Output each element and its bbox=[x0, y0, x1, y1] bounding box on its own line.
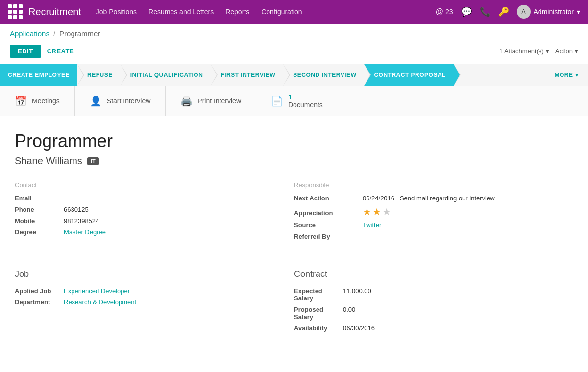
meetings-button[interactable]: 📅 Meetings bbox=[0, 86, 75, 116]
info-grid: Contact Email Phone 6630125 Mobile 98123… bbox=[15, 181, 573, 244]
star-1[interactable]: ★ bbox=[363, 206, 371, 218]
edit-button[interactable]: EDIT bbox=[10, 45, 41, 58]
applicant-name: Shane Williams bbox=[15, 155, 82, 167]
chevron-down-icon: ▾ bbox=[575, 48, 578, 55]
main-content: Programmer Shane Williams IT Contact Ema… bbox=[0, 116, 588, 346]
expected-salary-row: Expected Salary 11,000.00 bbox=[294, 287, 573, 302]
avatar: A bbox=[517, 5, 531, 19]
degree-value[interactable]: Master Degree bbox=[64, 228, 106, 236]
proposed-salary-value: 0.00 bbox=[343, 306, 355, 313]
stage-create-employee[interactable]: CREATE EMPLOYEE bbox=[0, 64, 77, 86]
availability-label: Availability bbox=[294, 324, 343, 332]
contact-section-title: Contact bbox=[15, 181, 294, 189]
nav-job-positions[interactable]: Job Positions bbox=[96, 8, 137, 16]
source-value[interactable]: Twitter bbox=[363, 222, 381, 229]
mobile-label: Mobile bbox=[15, 217, 64, 224]
top-navigation: Recruitment Job Positions Resumes and Le… bbox=[0, 0, 588, 24]
next-action-row: Next Action 06/24/2016 Send mail regardi… bbox=[294, 195, 573, 202]
login-icon[interactable]: 🔑 bbox=[498, 6, 509, 17]
phone-icon[interactable]: 📞 bbox=[480, 6, 490, 17]
stage-second-interview[interactable]: SECOND INTERVIEW bbox=[283, 64, 364, 86]
start-interview-button[interactable]: 👤 Start Interview bbox=[75, 86, 166, 116]
department-badge: IT bbox=[87, 157, 99, 165]
at-icon: @ bbox=[436, 7, 443, 16]
printer-icon: 🖨️ bbox=[180, 95, 193, 107]
section-divider bbox=[15, 259, 573, 259]
stage-initial-qualification[interactable]: INITIAL QUALIFICATION bbox=[121, 64, 211, 86]
activity-bar: 📅 Meetings 👤 Start Interview 🖨️ Print In… bbox=[0, 86, 588, 116]
app-grid-icon[interactable] bbox=[8, 4, 23, 19]
applied-job-label: Applied Job bbox=[15, 287, 64, 295]
chevron-down-icon: ▾ bbox=[546, 48, 549, 55]
expected-salary-value: 11,000.00 bbox=[343, 287, 371, 295]
chevron-down-icon: ▾ bbox=[575, 72, 579, 78]
create-button[interactable]: CREATE bbox=[47, 48, 74, 55]
breadcrumb-separator: / bbox=[53, 29, 55, 38]
referred-by-label: Referred By bbox=[294, 233, 363, 240]
nav-configuration[interactable]: Configuration bbox=[261, 8, 302, 16]
appreciation-row: Appreciation ★ ★ ★ bbox=[294, 206, 573, 218]
degree-row: Degree Master Degree bbox=[15, 228, 294, 236]
proposed-salary-row: Proposed Salary 0.00 bbox=[294, 306, 573, 321]
stage-contract-proposal[interactable]: CONTRACT PROPOSAL bbox=[364, 64, 454, 86]
applied-job-row: Applied Job Experienced Developer bbox=[15, 287, 294, 295]
appreciation-label: Appreciation bbox=[294, 209, 363, 217]
documents-button[interactable]: 📄 1 Documents bbox=[256, 86, 338, 116]
availability-value: 06/30/2016 bbox=[343, 324, 375, 332]
chevron-down-icon: ▾ bbox=[577, 8, 580, 16]
person-icon: 👤 bbox=[90, 95, 102, 107]
availability-row: Availability 06/30/2016 bbox=[294, 324, 573, 332]
breadcrumb-applications[interactable]: Applications bbox=[10, 29, 49, 38]
phone-row: Phone 6630125 bbox=[15, 206, 294, 213]
phone-value: 6630125 bbox=[64, 206, 89, 213]
brand-name: Recruitment bbox=[28, 6, 81, 18]
next-action-value: 06/24/2016 Send mail regarding our inter… bbox=[363, 195, 495, 202]
responsible-section: Responsible Next Action 06/24/2016 Send … bbox=[294, 181, 573, 244]
breadcrumb-current: Programmer bbox=[59, 29, 100, 38]
stage-first-interview[interactable]: FIRST INTERVIEW bbox=[211, 64, 283, 86]
appreciation-stars: ★ ★ ★ bbox=[363, 206, 391, 218]
action-button[interactable]: Action ▾ bbox=[555, 48, 578, 55]
print-interview-button[interactable]: 🖨️ Print Interview bbox=[166, 86, 256, 116]
contract-section-heading: Contract bbox=[294, 269, 573, 279]
contract-section: Contract Expected Salary 11,000.00 Propo… bbox=[294, 269, 573, 336]
email-label: Email bbox=[15, 195, 64, 202]
applied-job-value[interactable]: Experienced Developer bbox=[64, 287, 130, 295]
admin-menu[interactable]: A Administrator ▾ bbox=[517, 5, 580, 19]
document-icon: 📄 bbox=[271, 95, 283, 107]
calendar-icon: 📅 bbox=[15, 95, 27, 107]
job-title: Programmer bbox=[15, 131, 573, 151]
phone-label: Phone bbox=[15, 206, 64, 213]
next-action-label: Next Action bbox=[294, 195, 363, 202]
chat-icon[interactable]: 💬 bbox=[461, 6, 472, 17]
nav-links: Job Positions Resumes and Letters Report… bbox=[96, 8, 436, 16]
breadcrumb: Applications / Programmer bbox=[0, 24, 588, 42]
department-label: Department bbox=[15, 298, 64, 306]
referred-by-row: Referred By bbox=[294, 233, 573, 240]
pipeline-stages: CREATE EMPLOYEE REFUSE INITIAL QUALIFICA… bbox=[0, 64, 588, 86]
source-label: Source bbox=[294, 222, 363, 229]
job-section-heading: Job bbox=[15, 269, 294, 279]
department-row: Department Research & Development bbox=[15, 298, 294, 306]
mobile-row: Mobile 9812398524 bbox=[15, 217, 294, 224]
department-value[interactable]: Research & Development bbox=[64, 298, 136, 306]
action-bar: EDIT CREATE 1 Attachment(s) ▾ Action ▾ bbox=[0, 42, 588, 64]
email-row: Email bbox=[15, 195, 294, 202]
applicant-name-row: Shane Williams IT bbox=[15, 155, 573, 167]
expected-salary-label: Expected Salary bbox=[294, 287, 343, 302]
notification-badge[interactable]: @ 23 bbox=[436, 7, 453, 16]
source-row: Source Twitter bbox=[294, 222, 573, 229]
nav-resumes-letters[interactable]: Resumes and Letters bbox=[148, 8, 214, 16]
star-3[interactable]: ★ bbox=[382, 206, 391, 218]
star-2[interactable]: ★ bbox=[372, 206, 381, 218]
job-contract-row: Job Applied Job Experienced Developer De… bbox=[15, 269, 573, 336]
degree-label: Degree bbox=[15, 228, 64, 236]
stage-more[interactable]: MORE ▾ bbox=[545, 64, 588, 86]
nav-reports[interactable]: Reports bbox=[225, 8, 249, 16]
contact-section: Contact Email Phone 6630125 Mobile 98123… bbox=[15, 181, 294, 244]
attachment-button[interactable]: 1 Attachment(s) ▾ bbox=[499, 48, 549, 55]
nav-right: @ 23 💬 📞 🔑 A Administrator ▾ bbox=[436, 5, 580, 19]
proposed-salary-label: Proposed Salary bbox=[294, 306, 343, 321]
job-section: Job Applied Job Experienced Developer De… bbox=[15, 269, 294, 336]
mobile-value: 9812398524 bbox=[64, 217, 99, 224]
